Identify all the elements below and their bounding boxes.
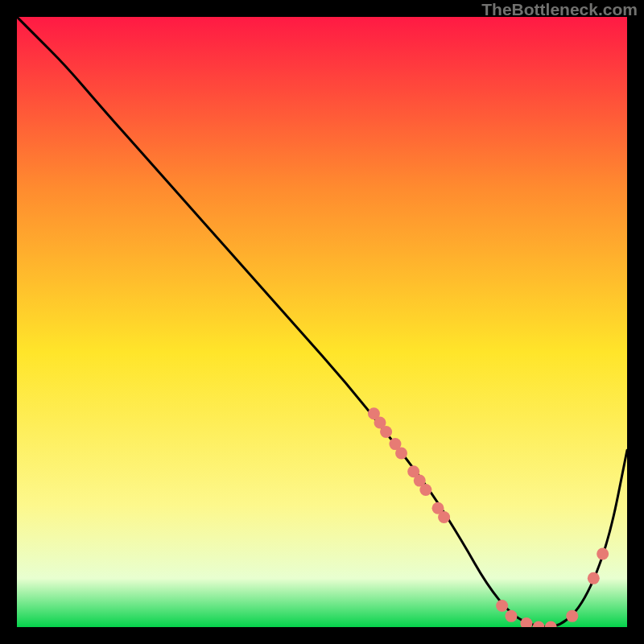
data-marker bbox=[496, 600, 508, 612]
data-marker bbox=[588, 572, 600, 584]
data-marker bbox=[419, 484, 431, 496]
data-marker bbox=[505, 610, 517, 622]
watermark-text: TheBottleneck.com bbox=[481, 0, 638, 19]
data-marker bbox=[566, 610, 578, 622]
data-marker bbox=[597, 548, 609, 560]
data-marker bbox=[395, 447, 407, 459]
bottleneck-chart bbox=[17, 17, 627, 627]
data-marker bbox=[438, 511, 450, 523]
stage: TheBottleneck.com bbox=[0, 0, 644, 644]
data-marker bbox=[380, 426, 392, 438]
chart-background bbox=[17, 17, 627, 627]
